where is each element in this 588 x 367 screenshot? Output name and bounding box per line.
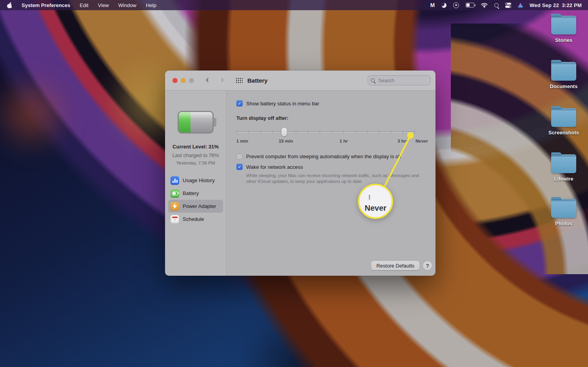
menu-view[interactable]: View <box>98 2 109 8</box>
folder-label: Documents <box>543 83 584 89</box>
battery-preferences-window: Battery Current Level: 31% Last charged … <box>165 71 436 276</box>
folder-label: Stories <box>543 37 584 43</box>
menu-app-name[interactable]: System Preferences <box>22 2 70 8</box>
menu-window[interactable]: Window <box>118 2 136 8</box>
slider-labels: 1 min 15 min 1 hr 3 hrs Never <box>236 139 415 145</box>
sidebar-item-battery[interactable]: Battery <box>168 187 223 200</box>
show-battery-status-checkbox[interactable] <box>236 100 243 107</box>
slider-label-15min: 15 min <box>279 139 293 143</box>
menu-help[interactable]: Help <box>146 2 156 8</box>
folder-lifewire[interactable]: Lifewire <box>543 152 584 182</box>
last-charged-time: Yesterday, 7:36 PM <box>165 161 226 165</box>
back-button[interactable] <box>203 76 212 85</box>
wake-network-checkbox[interactable] <box>236 164 243 170</box>
close-button[interactable] <box>172 78 178 83</box>
restore-defaults-button[interactable]: Restore Defaults <box>371 261 419 270</box>
zoom-button-disabled <box>189 78 194 83</box>
current-level-text: Current Level: 31% <box>165 144 226 150</box>
desktop-screen: System Preferences Edit View Window Help… <box>0 0 588 367</box>
search-field[interactable] <box>368 75 430 85</box>
battery-sidebar: Current Level: 31% Last charged to 76% Y… <box>165 90 227 276</box>
folder-icon <box>551 199 576 218</box>
schedule-icon <box>171 215 179 224</box>
do-not-disturb-moon-icon[interactable] <box>441 3 446 8</box>
spotlight-search-icon[interactable] <box>494 3 499 7</box>
sidebar-item-schedule[interactable]: Schedule <box>168 213 223 226</box>
minimize-button[interactable] <box>181 78 186 83</box>
menu-bar-clock[interactable]: Wed Sep 22 3:22 PM <box>530 2 582 8</box>
show-all-grid-icon[interactable] <box>236 78 243 83</box>
slider-handle[interactable] <box>281 128 287 136</box>
m-logo-icon[interactable]: M <box>430 2 435 8</box>
sidebar-nav: Usage History Battery Power Adapter <box>165 174 226 226</box>
wifi-icon[interactable] <box>481 3 488 8</box>
slider-label-1hr: 1 hr <box>339 139 348 143</box>
wake-network-row: Wake for network access <box>236 164 430 170</box>
usage-history-icon <box>171 176 179 185</box>
folder-label: Photos <box>543 221 584 226</box>
folder-icon <box>551 154 576 173</box>
prevent-sleep-checkbox[interactable] <box>236 153 243 159</box>
turn-display-off-label: Turn display off after: <box>236 115 430 121</box>
traffic-lights <box>165 78 194 83</box>
slider-label-1min: 1 min <box>236 139 248 143</box>
battery-level-graphic <box>178 111 214 134</box>
folder-icon <box>551 16 576 34</box>
search-icon <box>371 78 375 82</box>
sidebar-item-power-adapter[interactable]: Power Adapter <box>168 200 223 213</box>
menu-bar: System Preferences Edit View Window Help… <box>0 0 588 10</box>
show-battery-status-row: Show battery status in menu bar <box>236 100 430 107</box>
menu-edit[interactable]: Edit <box>80 2 88 8</box>
wake-network-description: While sleeping, your Mac can receive inc… <box>246 173 430 184</box>
apple-menu-icon[interactable] <box>7 2 12 8</box>
sidebar-item-usage-history[interactable]: Usage History <box>168 174 223 187</box>
power-adapter-pane: Show battery status in menu bar Turn dis… <box>227 90 436 276</box>
control-center-icon[interactable] <box>505 3 511 8</box>
colorful-app-icon[interactable] <box>518 3 523 7</box>
folder-screenshots[interactable]: Screenshots <box>543 106 584 136</box>
battery-tab-icon <box>171 189 179 198</box>
folder-icon <box>551 62 576 81</box>
window-title: Battery <box>247 77 268 84</box>
slider-label-never: Never <box>416 139 428 143</box>
folder-stories[interactable]: Stories <box>543 13 584 43</box>
callout-slider-tick <box>369 195 370 200</box>
play-circle-icon[interactable] <box>453 2 459 8</box>
power-adapter-icon <box>171 202 179 211</box>
slider-label-3hrs: 3 hrs <box>397 139 408 143</box>
folder-photos[interactable]: Photos <box>543 197 584 226</box>
help-button[interactable]: ? <box>423 261 432 270</box>
display-off-slider[interactable] <box>236 128 415 136</box>
window-titlebar[interactable]: Battery <box>165 71 436 90</box>
callout-magnifier-circle: Never <box>358 184 393 219</box>
battery-status-icon[interactable] <box>466 3 474 7</box>
prevent-sleep-row: Prevent computer from sleeping automatic… <box>236 153 430 159</box>
folder-icon <box>551 108 576 127</box>
folder-label: Screenshots <box>543 130 584 136</box>
last-charged-text: Last charged to 76% <box>165 152 226 158</box>
folder-documents[interactable]: Documents <box>543 60 584 89</box>
folder-label: Lifewire <box>543 176 584 182</box>
search-input[interactable] <box>377 77 436 84</box>
callout-never-text: Never <box>359 204 392 213</box>
forward-button[interactable] <box>218 76 227 85</box>
